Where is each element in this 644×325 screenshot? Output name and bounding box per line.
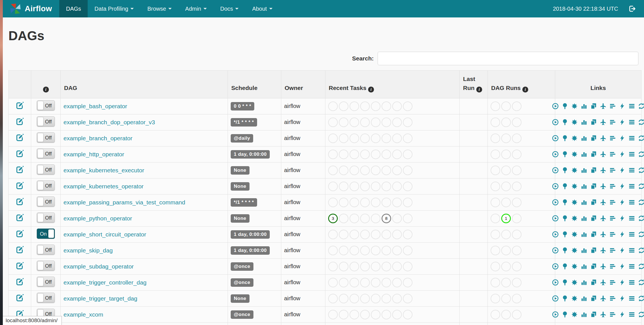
state-circle-empty[interactable] [512,278,521,287]
state-circle-empty[interactable] [501,166,511,175]
state-circle-empty[interactable] [501,150,511,159]
edit-dag-button[interactable] [16,105,24,111]
code-view-link[interactable] [619,103,626,110]
state-circle-empty[interactable] [350,198,359,207]
state-circle-empty[interactable] [360,294,370,303]
logs-link[interactable] [628,231,635,238]
state-circle-empty[interactable] [339,230,348,239]
state-circle-empty[interactable] [382,150,391,159]
state-circle-empty[interactable] [371,294,380,303]
state-circle-empty[interactable] [392,118,402,127]
task-tries-link[interactable] [590,263,597,270]
edit-dag-button[interactable] [16,185,24,191]
schedule-badge[interactable]: None [231,294,250,303]
logs-link[interactable] [628,135,635,142]
state-circle-empty[interactable] [328,278,338,287]
edit-dag-button[interactable] [16,169,24,175]
logs-link[interactable] [628,215,635,222]
task-tries-link[interactable] [590,119,597,126]
state-circle-empty[interactable] [328,294,338,303]
task-duration-link[interactable] [580,119,588,126]
task-duration-link[interactable] [580,311,588,318]
state-circle-empty[interactable] [382,101,391,111]
task-tries-link[interactable] [590,199,597,206]
dag-pause-toggle[interactable]: Off [37,245,55,255]
tree-view-link[interactable] [561,231,568,238]
state-circle-empty[interactable] [350,101,359,111]
dag-pause-toggle[interactable]: Off [37,100,55,110]
state-circle-empty[interactable] [360,134,370,143]
state-circle-running[interactable]: 1 [501,214,511,223]
trigger-dag-link[interactable] [552,231,559,238]
state-circle-empty[interactable] [339,214,348,223]
edit-dag-button[interactable] [16,233,24,239]
edit-dag-button[interactable] [16,249,24,255]
tree-view-link[interactable] [561,103,568,110]
dag-pause-toggle[interactable]: Off [37,148,55,159]
logs-link[interactable] [628,263,635,270]
gantt-view-link[interactable] [609,103,616,110]
tree-view-link[interactable] [561,295,568,302]
tree-view-link[interactable] [561,151,568,158]
gantt-view-link[interactable] [609,311,616,318]
state-circle-empty[interactable] [382,262,391,271]
task-tries-link[interactable] [590,135,597,142]
landing-times-link[interactable] [600,103,607,110]
task-tries-link[interactable] [590,231,597,238]
trigger-dag-link[interactable] [552,183,559,190]
refresh-link[interactable] [638,215,644,222]
gantt-view-link[interactable] [609,231,616,238]
refresh-link[interactable] [638,279,644,286]
trigger-dag-link[interactable] [552,151,559,158]
dag-link[interactable]: example_short_circuit_operator [64,231,146,238]
gantt-view-link[interactable] [609,199,616,206]
dag-pause-toggle[interactable]: Off [37,277,55,287]
refresh-link[interactable] [638,263,644,270]
state-circle-empty[interactable] [371,134,380,143]
state-circle-empty[interactable] [392,294,402,303]
state-circle-empty[interactable] [339,310,348,319]
state-circle-empty[interactable] [371,101,380,111]
column-header-schedule[interactable]: Schedule [228,71,281,98]
nav-item-data-profiling[interactable]: Data Profiling [88,0,140,17]
graph-view-link[interactable] [571,119,578,126]
state-circle-empty[interactable] [403,310,412,319]
state-circle-empty[interactable] [512,166,521,175]
state-circle-empty[interactable] [350,230,359,239]
state-circle-empty[interactable] [350,310,359,319]
gantt-view-link[interactable] [609,215,616,222]
state-circle-empty[interactable] [360,166,370,175]
landing-times-link[interactable] [600,279,607,286]
dag-link[interactable]: example_trigger_controller_dag [64,279,146,286]
gantt-view-link[interactable] [609,151,616,158]
state-circle-empty[interactable] [403,118,412,127]
landing-times-link[interactable] [600,231,607,238]
graph-view-link[interactable] [571,215,578,222]
dag-pause-toggle[interactable]: Off [37,293,55,303]
refresh-link[interactable] [638,103,644,110]
tree-view-link[interactable] [561,183,568,190]
state-circle-empty[interactable] [339,150,348,159]
state-circle-empty[interactable] [328,118,338,127]
dag-link[interactable]: example_xcom [64,311,103,318]
state-circle-empty[interactable] [501,278,511,287]
column-header-owner[interactable]: Owner [281,71,325,98]
state-circle-empty[interactable] [501,294,511,303]
logs-link[interactable] [628,311,635,318]
task-duration-link[interactable] [580,135,588,142]
code-view-link[interactable] [619,279,626,286]
dag-link[interactable]: example_passing_params_via_test_command [64,199,185,206]
state-circle-empty[interactable] [491,230,500,239]
state-circle-empty[interactable] [360,101,370,111]
gantt-view-link[interactable] [609,247,616,254]
logs-link[interactable] [628,183,635,190]
state-circle-empty[interactable] [371,230,380,239]
state-circle-empty[interactable] [392,230,402,239]
landing-times-link[interactable] [600,311,607,318]
nav-item-about[interactable]: About [245,0,279,17]
landing-times-link[interactable] [600,135,607,142]
task-duration-link[interactable] [580,183,588,190]
state-circle-empty[interactable] [350,214,359,223]
state-circle-empty[interactable] [350,278,359,287]
schedule-badge[interactable]: 1 day, 0:00:00 [231,230,270,239]
